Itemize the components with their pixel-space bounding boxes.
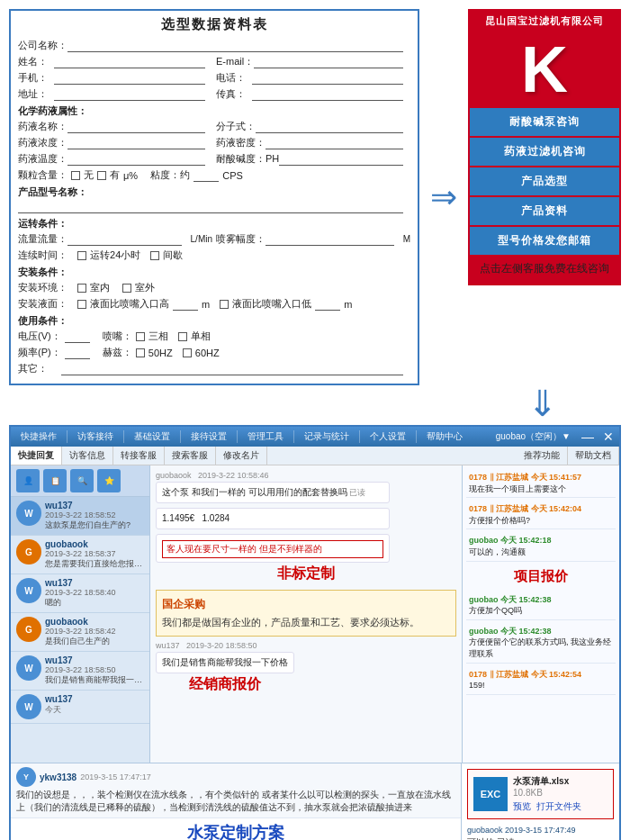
conv-preview-3: 是我们自己生产的 <box>45 636 144 647</box>
msg-highlight-text: 客人现在要尺寸一样的 但是不到样器的 <box>162 540 383 558</box>
close-btn[interactable]: ✕ <box>603 429 614 444</box>
cb-60hz[interactable] <box>183 348 192 357</box>
above-input[interactable] <box>173 298 198 311</box>
use-section-title: 使用条件： <box>18 314 410 328</box>
file-open-btn[interactable]: 打开文件夹 <box>536 800 581 813</box>
file-preview-btn[interactable]: 预览 <box>513 800 531 813</box>
menu-btn-2[interactable]: 产品选型 <box>470 167 619 195</box>
flow-input[interactable] <box>68 233 182 246</box>
viscosity-input[interactable] <box>194 169 219 182</box>
density-input[interactable] <box>266 137 403 149</box>
right-sender-0: 0178 ‖ 江苏盐城 今天 15:41:57 <box>469 473 581 482</box>
voltage-input[interactable] <box>65 330 90 343</box>
cb-24h[interactable] <box>77 251 86 260</box>
conv-info-5: wu137 今天 <box>45 694 144 716</box>
msg-sender-0: guobaook 2019-3-22 10:58:46 <box>156 471 456 480</box>
below-input[interactable] <box>315 298 340 311</box>
toolbar-btn-6[interactable]: 个人设置 <box>365 429 410 445</box>
conv-name-3: guobaook <box>45 617 144 627</box>
range-input[interactable] <box>266 233 394 246</box>
right-sender-1: 0178 ‖ 江苏盐城 今天 15:42:04 <box>469 504 581 513</box>
conv-item-1[interactable]: G guobaook 2019-3-22 18:58:37 您是需要我们直接给您… <box>11 536 149 574</box>
conv-item-5[interactable]: W wu137 今天 <box>11 691 149 724</box>
chat-toolbar: 快捷操作 访客接待 基础设置 接待设置 管理工具 记录与统计 个人设置 帮助中心… <box>11 427 619 447</box>
name-input[interactable] <box>54 56 205 68</box>
toolbar-btn-0[interactable]: 快捷操作 <box>16 429 61 445</box>
toolbar-btn-3[interactable]: 接待设置 <box>186 429 231 445</box>
toolbar-btn-2[interactable]: 基础设置 <box>130 429 175 445</box>
conv-name-4: wu137 <box>45 655 144 665</box>
temp-input[interactable] <box>68 153 205 166</box>
nav-right-0[interactable]: 推荐功能 <box>517 447 568 465</box>
conv-item-0[interactable]: W wu137 2019-3-22 18:58:52 这款泵是您们自生产的? <box>11 497 149 536</box>
menu-btn-4[interactable]: 型号价格发您邮箱 <box>470 227 619 255</box>
company-label: 公司名称： <box>18 39 68 52</box>
address-input[interactable] <box>54 88 205 101</box>
company-k-letter: K <box>521 37 568 102</box>
user-info[interactable]: guobao（空闲）▼ <box>496 430 571 443</box>
nav-btn-4[interactable]: 修改名片 <box>216 447 267 465</box>
cb-triple[interactable] <box>136 332 145 341</box>
menu-btn-0[interactable]: 耐酸碱泵咨询 <box>470 108 619 136</box>
bottom-conv-item-0[interactable]: Y ykw3138 2019-3-15 17:47:17 我们的设想是，，，装个… <box>11 763 461 818</box>
cb-intermit[interactable] <box>150 251 159 260</box>
cb-single[interactable] <box>178 332 187 341</box>
cb-below[interactable] <box>220 300 229 309</box>
conv-icon-star[interactable]: ⭐ <box>97 469 121 492</box>
cb-50hz[interactable] <box>136 348 145 357</box>
conv-item-2[interactable]: W wu137 2019-3-22 18:58:40 嗯的 <box>11 574 149 613</box>
conc-input[interactable] <box>68 137 205 149</box>
menu-btn-3[interactable]: 产品资料 <box>470 197 619 225</box>
arrow-right-icon: ⇒ <box>428 178 459 216</box>
conv-icon-add[interactable]: 📋 <box>43 469 67 492</box>
cb-outdoor[interactable] <box>122 284 131 293</box>
chat-bottom-left: Y ykw3138 2019-3-15 17:47:17 我们的设想是，，，装个… <box>11 763 462 840</box>
other-input[interactable] <box>61 363 403 375</box>
company-input[interactable] <box>68 40 403 52</box>
model-input[interactable] <box>18 201 403 213</box>
ph-input[interactable] <box>279 153 403 166</box>
conv-icon-agents[interactable]: 👤 <box>16 469 40 492</box>
file-card: EXC 水泵清单.xlsx 10.8KB 预览 打开文件夹 <box>467 769 614 819</box>
cb-none[interactable] <box>71 171 80 180</box>
nav-btn-2[interactable]: 转接客服 <box>113 447 165 465</box>
menu-btn-1[interactable]: 药液过滤机咨询 <box>470 138 619 166</box>
range-label: 喷雾幅度： <box>216 232 266 246</box>
toolbar-btn-7[interactable]: 帮助中心 <box>422 429 467 445</box>
tel-input[interactable] <box>252 72 403 85</box>
chem-section-title: 化学药液属性： <box>18 104 410 118</box>
minimize-btn[interactable]: — <box>581 429 594 444</box>
conv-avatar-3: G <box>16 617 41 642</box>
conv-time-4: 2019-3-22 18:58:50 <box>45 665 144 674</box>
toolbar-btn-5[interactable]: 记录与统计 <box>300 429 354 445</box>
conv-name-1: guobaook <box>45 539 144 549</box>
cb-have[interactable] <box>97 171 106 180</box>
fax-input[interactable] <box>252 88 403 101</box>
freq-input[interactable] <box>65 347 90 359</box>
conv-icon-search[interactable]: 🔍 <box>70 469 94 492</box>
mol-input[interactable] <box>256 121 403 133</box>
drug-name-input[interactable] <box>68 121 205 133</box>
nav-btn-0[interactable]: 快捷回复 <box>11 447 62 465</box>
right-sender-3: guobao 今天 15:42:38 <box>469 595 552 604</box>
conv-name-5: wu137 <box>45 694 144 704</box>
conv-item-4[interactable]: W wu137 2019-3-22 18:58:50 我们是销售商能帮我报一下价… <box>11 652 149 691</box>
toolbar-btn-4[interactable]: 管理工具 <box>243 429 288 445</box>
conv-time-0: 2019-3-22 18:58:52 <box>45 510 144 519</box>
phone-input[interactable] <box>54 72 205 85</box>
nav-right-1[interactable]: 帮助文档 <box>568 447 619 465</box>
arrow-down-top: ⇓ <box>0 385 630 421</box>
nav-btn-3[interactable]: 搜索客服 <box>165 447 216 465</box>
cb-indoor[interactable] <box>77 284 86 293</box>
right-msg-2: guobao 今天 15:42:18 可以的，沟通额 <box>466 532 616 561</box>
cb-above[interactable] <box>77 300 86 309</box>
email-input[interactable] <box>254 56 403 68</box>
click-hint: 点击左侧客服免费在线咨询 <box>470 256 619 284</box>
chat-body: 👤 📋 🔍 ⭐ W wu137 2019-3-22 18:58:52 这款泵是您… <box>11 465 619 763</box>
conv-avatar-2: W <box>16 578 41 603</box>
model-section-title: 产品型号名称： <box>18 185 410 199</box>
msg-row-guoqi: 国企采购 我们都是做国有企业的，产品质量和工艺、要求必须达标。 <box>156 590 456 637</box>
conv-item-3[interactable]: G guobaook 2019-3-22 18:58:42 是我们自己生产的 <box>11 613 149 652</box>
nav-btn-1[interactable]: 访客信息 <box>62 447 113 465</box>
toolbar-btn-1[interactable]: 访客接待 <box>73 429 118 445</box>
